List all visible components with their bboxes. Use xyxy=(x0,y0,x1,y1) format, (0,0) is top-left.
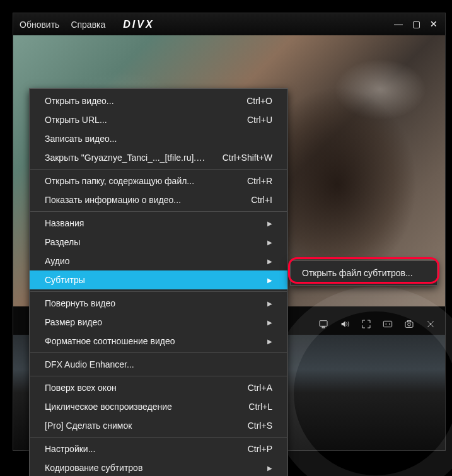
menu-item-label: Открыть видео... xyxy=(45,96,234,106)
subtitles-submenu: Открыть файл субтитров... xyxy=(290,260,438,286)
menu-separator xyxy=(30,211,287,212)
menu-item-label: Кодирование субтитров xyxy=(45,463,255,473)
maximize-button[interactable]: ▢ xyxy=(411,20,421,30)
menu-item-label: Поверх всех окон xyxy=(45,383,235,393)
menu-show-info[interactable]: Показать информацию о видео... Ctrl+I xyxy=(30,190,287,209)
menu-update[interactable]: Обновить xyxy=(20,20,59,30)
menu-item-shortcut: Ctrl+Shift+W xyxy=(223,153,272,163)
menu-item-label: Открыть URL... xyxy=(45,115,235,125)
menu-item-label: DFX Audio Enhancer... xyxy=(45,359,272,369)
menu-item-shortcut: Ctrl+L xyxy=(248,402,272,412)
menu-loop[interactable]: Циклическое воспроизведение Ctrl+L xyxy=(30,397,287,416)
chevron-right-icon: ▶ xyxy=(255,220,272,227)
menu-item-shortcut: Ctrl+O xyxy=(246,96,272,106)
menu-item-label: Записать видео... xyxy=(45,134,272,144)
menu-titles[interactable]: Названия ▶ xyxy=(30,214,287,233)
menu-snapshot[interactable]: [Pro] Сделать снимок Ctrl+S xyxy=(30,416,287,435)
menu-item-label: Повернуть видео xyxy=(45,298,255,308)
chevron-right-icon: ▶ xyxy=(255,258,272,265)
menu-separator xyxy=(30,437,287,438)
menu-item-shortcut: Ctrl+A xyxy=(248,383,272,393)
chevron-right-icon: ▶ xyxy=(255,300,272,307)
menu-item-label: Циклическое воспроизведение xyxy=(45,402,236,412)
menu-item-label: Открыть файл субтитров... xyxy=(302,268,426,278)
menu-item-label: [Pro] Сделать снимок xyxy=(45,421,235,431)
context-menu: Открыть видео... Ctrl+O Открыть URL... C… xyxy=(29,88,288,476)
menu-item-label: Показать информацию о видео... xyxy=(45,195,238,205)
submenu-open-subtitle-file[interactable]: Открыть файл субтитров... xyxy=(291,264,437,282)
menu-separator xyxy=(30,376,287,376)
chevron-right-icon: ▶ xyxy=(255,319,272,326)
menu-help[interactable]: Справка xyxy=(71,20,105,30)
close-button[interactable]: ✕ xyxy=(429,20,439,30)
menu-item-label: Разделы xyxy=(45,237,255,247)
menu-item-label: Аудио xyxy=(45,256,255,266)
menu-item-label: Форматное соотношение видео xyxy=(45,336,255,346)
menu-separator xyxy=(30,291,287,292)
menu-open-video[interactable]: Открыть видео... Ctrl+O xyxy=(30,91,287,110)
minimize-button[interactable]: — xyxy=(393,20,403,30)
menu-rotate-video[interactable]: Повернуть видео ▶ xyxy=(30,294,287,313)
chevron-right-icon: ▶ xyxy=(255,239,272,246)
menu-separator xyxy=(30,352,287,353)
menu-aspect-ratio[interactable]: Форматное соотношение видео ▶ xyxy=(30,332,287,351)
menu-item-label: Субтитры xyxy=(45,275,255,285)
menu-open-folder[interactable]: Открыть папку, содержащую файл... Ctrl+R xyxy=(30,171,287,190)
titlebar: Обновить Справка DIVX — ▢ ✕ xyxy=(13,13,445,35)
menu-item-shortcut: Ctrl+S xyxy=(248,421,272,431)
menu-item-label: Названия xyxy=(45,218,255,228)
menu-chapters[interactable]: Разделы ▶ xyxy=(30,233,287,252)
menu-item-label: Закрыть "Gryaznye_Tanci_..._[tfile.ru].a… xyxy=(45,153,210,163)
menu-dfx[interactable]: DFX Audio Enhancer... xyxy=(30,355,287,374)
menu-subtitle-encoding[interactable]: Кодирование субтитров ▶ xyxy=(30,458,287,476)
menu-audio[interactable]: Аудио ▶ xyxy=(30,252,287,270)
chevron-right-icon: ▶ xyxy=(255,277,272,284)
menu-item-shortcut: Ctrl+R xyxy=(247,176,272,186)
menu-open-url[interactable]: Открыть URL... Ctrl+U xyxy=(30,110,287,129)
menu-item-label: Настройки... xyxy=(45,444,235,454)
menu-subtitles[interactable]: Субтитры ▶ xyxy=(30,270,287,289)
menu-settings[interactable]: Настройки... Ctrl+P xyxy=(30,439,287,458)
chevron-right-icon: ▶ xyxy=(255,465,272,472)
chevron-right-icon: ▶ xyxy=(255,338,272,345)
menu-video-size[interactable]: Размер видео ▶ xyxy=(30,313,287,332)
menu-item-label: Размер видео xyxy=(45,317,255,327)
menu-item-label: Открыть папку, содержащую файл... xyxy=(45,176,235,186)
menu-item-shortcut: Ctrl+P xyxy=(248,444,272,454)
menu-item-shortcut: Ctrl+I xyxy=(251,195,272,205)
logo: DIVX xyxy=(123,19,154,30)
menu-item-shortcut: Ctrl+U xyxy=(247,115,272,125)
menu-separator xyxy=(30,169,287,170)
menu-always-on-top[interactable]: Поверх всех окон Ctrl+A xyxy=(30,378,287,397)
menu-record-video[interactable]: Записать видео... xyxy=(30,129,287,148)
menu-close-file[interactable]: Закрыть "Gryaznye_Tanci_..._[tfile.ru].a… xyxy=(30,148,287,167)
